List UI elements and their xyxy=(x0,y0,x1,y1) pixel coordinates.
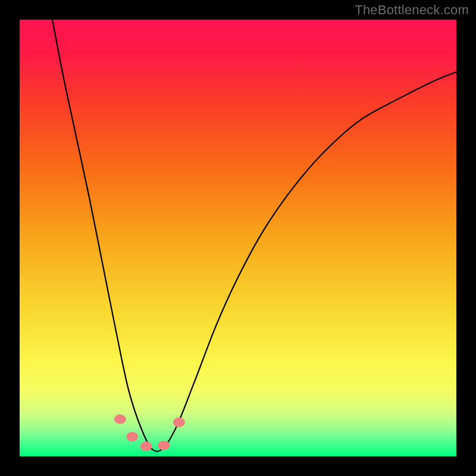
curve-layer xyxy=(20,20,456,456)
curve-marker xyxy=(114,415,126,424)
watermark-text: TheBottleneck.com xyxy=(355,2,469,18)
curve-marker xyxy=(158,441,170,450)
sweet-spot-markers xyxy=(114,415,185,452)
bottleneck-curve xyxy=(52,20,456,452)
curve-marker xyxy=(126,432,138,441)
curve-marker xyxy=(140,441,152,451)
plot-area xyxy=(20,20,456,456)
image-frame: TheBottleneck.com xyxy=(0,0,476,476)
curve-marker xyxy=(173,418,185,427)
